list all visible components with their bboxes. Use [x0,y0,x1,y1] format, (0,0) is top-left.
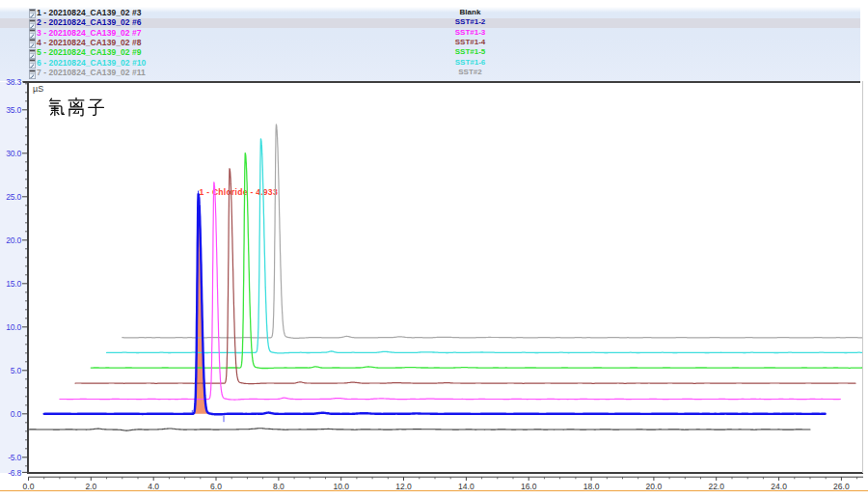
svg-text:1 - Chloride - 4.933: 1 - Chloride - 4.933 [200,187,278,197]
